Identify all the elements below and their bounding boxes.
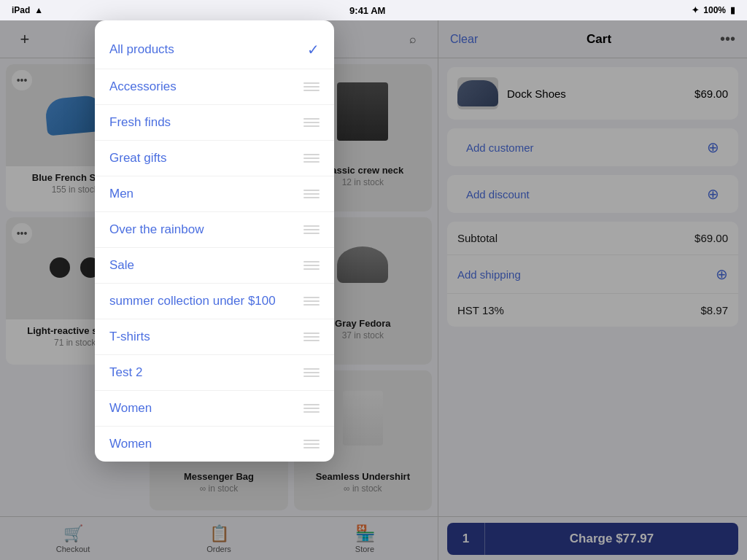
drag-handle-icon-11 <box>303 440 320 448</box>
dropdown-item-label-5: Over the rainbow <box>109 222 204 237</box>
dropdown-list: All products ✓ Accessories Fresh finds G… <box>95 31 334 462</box>
drag-handle-icon-4 <box>303 190 320 198</box>
dropdown-item-label-11: Women <box>109 437 152 451</box>
drag-handle-icon-10 <box>303 404 320 413</box>
dropdown-item-right-1 <box>303 82 320 91</box>
dropdown-item-10[interactable]: Women <box>95 391 334 427</box>
dropdown-item-9[interactable]: Test 2 <box>95 355 334 391</box>
drag-handle-icon-6 <box>303 261 320 270</box>
dropdown-item-5[interactable]: Over the rainbow <box>95 212 334 248</box>
dropdown-item-right-10 <box>303 404 320 413</box>
drag-handle-icon <box>303 82 320 91</box>
dropdown-item-right-6 <box>303 261 320 270</box>
drag-handle-icon-8 <box>303 332 320 341</box>
dropdown-item-right-7 <box>303 297 320 306</box>
dropdown-item-label-6: Sale <box>109 258 134 273</box>
dropdown-item-8[interactable]: T-shirts <box>95 319 334 355</box>
dropdown-item-right-2 <box>303 118 320 127</box>
category-dropdown: All products ✓ Accessories Fresh finds G… <box>95 20 334 462</box>
device-label: iPad <box>12 5 30 15</box>
dropdown-item-6[interactable]: Sale <box>95 248 334 284</box>
dropdown-item-label-4: Men <box>109 187 133 201</box>
dropdown-item-right-0: ✓ <box>307 41 320 58</box>
dropdown-item-label-2: Fresh finds <box>109 115 171 130</box>
drag-handle-icon-3 <box>303 154 320 163</box>
status-right: ✦ 100% ▮ <box>692 5 735 15</box>
dropdown-arrow <box>95 20 334 31</box>
drag-handle-icon-2 <box>303 118 320 127</box>
dropdown-item-label-0: All products <box>109 42 174 57</box>
dropdown-item-4[interactable]: Men <box>95 176 334 212</box>
drag-handle-icon-7 <box>303 297 320 306</box>
dropdown-item-label-9: Test 2 <box>109 365 142 380</box>
dropdown-item-right-3 <box>303 154 320 163</box>
dropdown-item-0[interactable]: All products ✓ <box>95 31 334 69</box>
battery-label: 100% <box>703 5 726 15</box>
dropdown-item-label-1: Accessories <box>109 79 177 94</box>
dropdown-item-label-8: T-shirts <box>109 330 150 344</box>
dropdown-item-11[interactable]: Women <box>95 427 334 462</box>
dropdown-item-label-7: summer collection under $100 <box>109 294 276 308</box>
drag-handle-icon-5 <box>303 225 320 234</box>
status-bar: iPad ▲ 9:41 AM ✦ 100% ▮ <box>0 0 747 20</box>
dropdown-item-label-3: Great gifts <box>109 151 166 166</box>
status-left: iPad ▲ <box>12 5 43 15</box>
drag-handle-icon-9 <box>303 368 320 377</box>
wifi-icon: ▲ <box>34 5 43 15</box>
dropdown-item-2[interactable]: Fresh finds <box>95 105 334 141</box>
time-display: 9:41 AM <box>349 5 385 16</box>
dropdown-item-right-8 <box>303 332 320 341</box>
dropdown-item-label-10: Women <box>109 401 152 416</box>
dropdown-item-3[interactable]: Great gifts <box>95 141 334 176</box>
dropdown-item-right-5 <box>303 225 320 234</box>
dropdown-item-7[interactable]: summer collection under $100 <box>95 284 334 319</box>
checkmark-icon: ✓ <box>307 41 320 58</box>
bluetooth-icon: ✦ <box>692 5 699 15</box>
battery-icon: ▮ <box>730 5 735 15</box>
dropdown-item-right-4 <box>303 190 320 198</box>
dropdown-item-right-11 <box>303 440 320 448</box>
dropdown-item-right-9 <box>303 368 320 377</box>
dropdown-item-1[interactable]: Accessories <box>95 69 334 105</box>
